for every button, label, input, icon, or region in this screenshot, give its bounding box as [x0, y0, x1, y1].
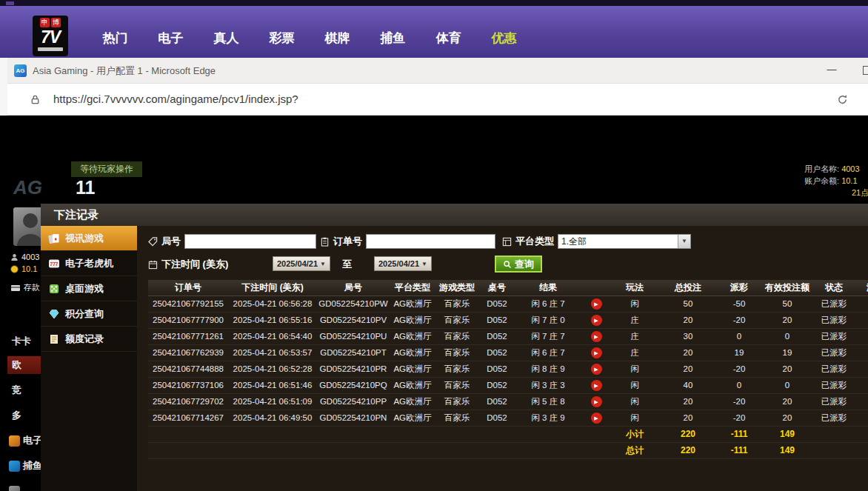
refresh-icon[interactable] [837, 94, 848, 108]
menu-item-label: 额度记录 [65, 333, 104, 346]
nav-item-fishing[interactable]: 捕鱼 [365, 30, 421, 47]
order-filter: 订单号 [320, 233, 495, 250]
table-row: 250421067729702 2025-04-21 06:51:09 GD05… [148, 393, 868, 410]
user-icon [10, 253, 19, 261]
minimize-button[interactable]: — [824, 64, 840, 79]
cell-bet-time: 2025-04-21 06:56:28 [228, 295, 317, 312]
cell-game [853, 295, 868, 312]
subtotal-label: 小计 [612, 426, 658, 442]
cell-bet-side: 闲 [612, 295, 658, 312]
cell-total-bet: 20 [658, 344, 718, 361]
edge-window: AG Asia Gaming - 用户配置 1 - Microsoft Edge… [7, 58, 868, 491]
round-input[interactable] [184, 234, 316, 249]
lobby-item-fishing[interactable]: 捕鱼 [7, 457, 41, 475]
order-input[interactable] [366, 234, 495, 249]
to-label: 至 [342, 258, 352, 271]
cell-bet-side: 庄 [612, 344, 658, 361]
window-titlebar[interactable]: AG Asia Gaming - 用户配置 1 - Microsoft Edge… [7, 58, 868, 84]
tag-icon [148, 237, 158, 247]
platform-select[interactable]: 1.全部 ▼ [558, 234, 691, 249]
cell-bet-side: 闲 [612, 393, 658, 410]
cell-valid-bet: 20 [760, 410, 815, 426]
logo-subtext [38, 47, 63, 51]
replay-icon[interactable]: ▶ [591, 298, 602, 310]
menu-item-table-games[interactable]: 桌面游戏 [41, 276, 137, 301]
cell-table-no: D052 [478, 393, 515, 410]
cell-bet-time: 2025-04-21 06:49:50 [228, 410, 317, 426]
cell-status: 已派彩 [815, 393, 853, 410]
account-name-line: 用户名称: 4003 [804, 163, 868, 175]
lock-icon[interactable] [30, 94, 41, 108]
table-row: 250421067737106 2025-04-21 06:51:46 GD05… [148, 377, 868, 393]
cell-table-no: D052 [478, 377, 515, 393]
nav-item-live[interactable]: 真人 [198, 30, 254, 47]
cell-bet-side: 庄 [612, 312, 658, 328]
coin-icon [10, 265, 19, 273]
cell-order-id: 250421067737106 [148, 377, 228, 393]
nav-item-cards[interactable]: 棋牌 [310, 30, 365, 47]
nav-item-hot[interactable]: 热门 [87, 30, 143, 47]
platform-filter-label: 平台类型 [515, 235, 554, 248]
replay-icon[interactable]: ▶ [591, 331, 602, 342]
nav-item-slots[interactable]: 电子 [143, 30, 198, 47]
menu-item-slot-machine[interactable]: 777 电子老虎机 [41, 251, 137, 276]
cell-table-no: D052 [478, 410, 515, 426]
menu-item-video-games[interactable]: ♦ 视讯游戏 [41, 226, 137, 251]
account-name-value: 4003 [841, 164, 859, 173]
replay-icon[interactable]: ▶ [591, 412, 602, 424]
search-button[interactable]: 查询 [495, 255, 542, 273]
menu-item-label: 电子老虎机 [65, 257, 113, 270]
date-to-select[interactable]: 2025/04/21 ▼ [374, 256, 432, 271]
lobby-item-multi[interactable]: 多 [7, 407, 41, 424]
cell-order-id: 250421067714267 [148, 410, 228, 426]
cell-game-type: 百家乐 [435, 393, 478, 410]
replay-icon[interactable]: ▶ [591, 347, 602, 358]
date-from-value: 2025/04/21 [277, 259, 318, 268]
cell-result: 闲 6 庄 7 [515, 295, 581, 312]
lobby-item-label: 卡卡 [12, 335, 31, 348]
cell-replay: ▶ [581, 344, 612, 361]
lobby-item-label: 竞 [12, 384, 21, 397]
cell-result: 闲 6 庄 7 [515, 344, 581, 361]
dialog-title: 下注记录 [41, 204, 868, 226]
lobby-item-slots[interactable]: 电子 [7, 432, 41, 450]
document-icon [48, 333, 60, 345]
replay-icon[interactable]: ▶ [591, 315, 602, 326]
replay-icon[interactable]: ▶ [591, 380, 602, 391]
address-bar[interactable]: https://gci.7vvvvvv.com/agingame/pcv1/in… [7, 84, 868, 116]
cell-valid-bet: 0 [760, 377, 815, 393]
nav-item-promo[interactable]: 优惠 [476, 30, 532, 47]
chevron-down-icon[interactable]: ▼ [678, 235, 690, 248]
site-top-nav: 申 博 7V 热门 电子 真人 彩票 棋牌 捕鱼 体育 优惠 [0, 6, 868, 58]
menu-item-points-query[interactable]: 积分查询 [41, 301, 137, 327]
cell-platform: AG欧洲厅 [390, 344, 435, 361]
replay-icon[interactable]: ▶ [591, 396, 602, 407]
deposit-label: 存款 [24, 282, 40, 293]
slot-icon [9, 435, 20, 447]
sidebar-balance: 10.1 [10, 264, 37, 273]
url-text[interactable]: https://gci.7vvvvvv.com/agingame/pcv1/in… [53, 93, 298, 105]
lobby-item-partial[interactable] [7, 482, 41, 491]
logo-badges: 申 博 [40, 18, 61, 27]
deposit-button[interactable]: 存款 [10, 282, 40, 293]
nav-items: 热门 电子 真人 彩票 棋牌 捕鱼 体育 优惠 [87, 6, 532, 58]
nav-item-lottery[interactable]: 彩票 [254, 30, 310, 47]
replay-icon[interactable]: ▶ [591, 364, 602, 375]
cell-result: 闲 8 庄 9 [515, 361, 581, 377]
col-replay [581, 280, 612, 295]
lobby-item-jing[interactable]: 竞 [7, 381, 41, 399]
sidebar-balance-text: 10.1 [21, 264, 37, 273]
lobby-item-kaka[interactable]: 卡卡 [7, 333, 41, 350]
cell-status: 已派彩 [815, 344, 853, 361]
maximize-button[interactable] [863, 66, 868, 75]
date-from-select[interactable]: 2025/04/21 ▼ [273, 256, 330, 271]
nav-item-sports[interactable]: 体育 [421, 30, 476, 47]
site-logo[interactable]: 申 博 7V [33, 16, 68, 56]
round-filter: 局号 [148, 233, 316, 250]
dialog-body: ♦ 视讯游戏 777 电子老虎机 桌面游戏 [41, 226, 868, 491]
cell-bet-side: 闲 [612, 377, 658, 393]
lobby-item-europe[interactable]: 欧 [7, 356, 41, 374]
cell-game-type: 百家乐 [435, 410, 478, 426]
cell-result: 闲 5 庄 8 [515, 393, 581, 410]
menu-item-credit-records[interactable]: 额度记录 [41, 327, 137, 352]
